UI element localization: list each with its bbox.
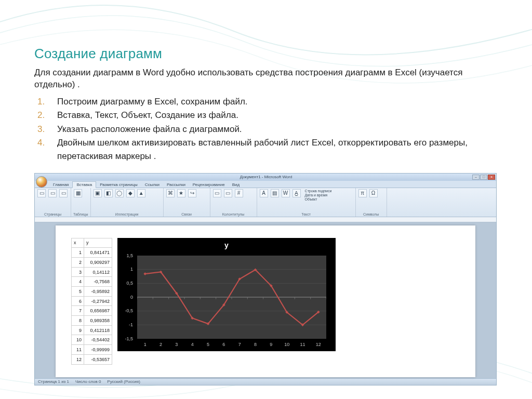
document-page: xy 10,841471 20,909297 30,14112 4-0,7568… [56, 225, 475, 377]
clipart-icon[interactable]: ◧ [104, 189, 113, 204]
table-row: 10-0,54402 [72, 335, 112, 345]
table-row: 70,656987 [72, 306, 112, 316]
symbol-icon[interactable]: Ω [369, 189, 378, 204]
word-window: Документ1 - Microsoft Word – □ × Главная… [34, 173, 497, 385]
table-row: 12-0,53657 [72, 354, 112, 364]
tab-mailings[interactable]: Рассылки [163, 182, 189, 188]
slide-content: Создание диаграмм Для создании диаграмм … [0, 0, 532, 385]
ribbon: ▭ ▭ ▭ Страницы ▦ Таблицы ▣ ◧ ◯ ◆ ▲ Иллюс… [35, 188, 496, 217]
horizontal-ruler [35, 217, 496, 222]
minimize-button[interactable]: – [472, 175, 480, 180]
slide-intro: Для создании диаграмм в Word удобно испо… [34, 67, 498, 91]
step-2: Вставка, Текст, Объект, Создание из файл… [34, 109, 498, 122]
table-row: 10,841471 [72, 248, 112, 258]
dropcap-icon[interactable]: A̲ [292, 189, 301, 204]
smartart-icon[interactable]: ◆ [126, 189, 135, 204]
hyperlink-icon[interactable]: ⌘ [166, 189, 175, 204]
chart-x-axis-labels: 123456789101112 [137, 342, 326, 348]
quickparts-icon[interactable]: ▤ [270, 189, 280, 204]
picture-icon[interactable]: ▣ [93, 189, 102, 204]
document-area: xy 10,841471 20,909297 30,14112 4-0,7568… [35, 217, 496, 378]
excel-embedded-table: xy 10,841471 20,909297 30,14112 4-0,7568… [71, 238, 112, 365]
chart-title: y [117, 238, 336, 249]
footer-icon[interactable]: ▭ [223, 189, 233, 204]
table-row: 80,989358 [72, 316, 112, 326]
embedded-chart: y -1,5-1-0,500,511,5 123456789101112 [117, 238, 336, 351]
group-tables: Таблицы [73, 212, 88, 217]
col-x: x [72, 238, 84, 248]
signature-line[interactable]: Строка подписи [305, 189, 332, 193]
slide-title: Создание диаграмм [34, 46, 498, 62]
status-language: Русский (Россия) [107, 379, 140, 384]
step-1: Построим диаграмму в Excel, сохраним фай… [34, 95, 498, 109]
word-status-bar: Страница 1 из 1 Число слов 0 Русский (Ро… [35, 378, 496, 385]
step-4: Двойным шелком активизировать вставленны… [34, 136, 498, 164]
group-pages: Страницы [37, 212, 69, 217]
chart-line-svg [137, 256, 326, 339]
date-time[interactable]: Дата и время [305, 193, 332, 197]
tab-home[interactable]: Главная [49, 182, 72, 188]
steps-list: Построим диаграмму в Excel, сохраним фай… [34, 95, 498, 164]
chart-plot-area [137, 256, 326, 339]
table-icon[interactable]: ▦ [73, 189, 83, 204]
word-titlebar: Документ1 - Microsoft Word – □ × [35, 174, 496, 181]
cover-page-icon[interactable]: ▭ [37, 189, 46, 204]
wordart-icon[interactable]: W [281, 189, 290, 204]
group-headerfooter: Колонтитулы [212, 212, 255, 217]
equation-icon[interactable]: π [358, 189, 367, 204]
maximize-button[interactable]: □ [480, 175, 487, 180]
tab-insert[interactable]: Вставка [72, 181, 96, 188]
object-button[interactable]: Объект [305, 197, 332, 201]
office-button[interactable] [36, 176, 47, 188]
ribbon-tabs: Главная Вставка Разметка страницы Ссылки… [35, 181, 496, 188]
group-symbols: Символы [358, 212, 384, 217]
bookmark-icon[interactable]: ★ [177, 189, 186, 204]
tab-review[interactable]: Рецензирование [189, 182, 229, 188]
table-row: 20,909297 [72, 257, 112, 267]
crossref-icon[interactable]: ↪ [188, 189, 197, 204]
tab-view[interactable]: Вид [229, 182, 243, 188]
page-break-icon[interactable]: ▭ [59, 189, 68, 204]
group-illustrations: Иллюстрации [93, 212, 161, 217]
status-words: Число слов 0 [75, 379, 101, 384]
blank-page-icon[interactable]: ▭ [48, 189, 57, 204]
table-row: 4-0,7568 [72, 277, 112, 287]
header-icon[interactable]: ▭ [212, 189, 222, 204]
table-row: 30,14112 [72, 267, 112, 277]
col-y: y [84, 238, 112, 248]
table-row: 6-0,27942 [72, 296, 112, 306]
step-3: Указать расположение файла с диаграммой. [34, 123, 498, 136]
word-window-title: Документ1 - Microsoft Word [240, 175, 292, 179]
shapes-icon[interactable]: ◯ [115, 189, 124, 204]
tab-page-layout[interactable]: Разметка страницы [96, 182, 141, 188]
table-row: 11-0,99999 [72, 345, 112, 355]
chart-icon[interactable]: ▲ [137, 189, 146, 204]
close-button[interactable]: × [488, 175, 495, 180]
textbox-icon[interactable]: A [259, 189, 269, 204]
group-links: Связи [166, 212, 208, 217]
svg-rect-21 [143, 272, 147, 275]
chart-y-axis-labels: -1,5-1-0,500,511,5 [117, 256, 135, 339]
group-text: Текст [259, 212, 353, 217]
table-row: 5-0,95892 [72, 287, 112, 297]
pagenum-icon[interactable]: # [234, 189, 244, 204]
table-row: 90,412118 [72, 325, 112, 335]
tab-references[interactable]: Ссылки [141, 182, 163, 188]
status-page: Страница 1 из 1 [38, 379, 69, 384]
